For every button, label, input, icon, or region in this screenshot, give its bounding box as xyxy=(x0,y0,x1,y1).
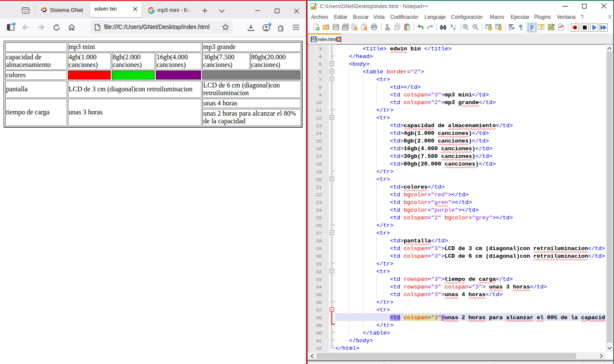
svg-text:¶: ¶ xyxy=(519,23,523,31)
svg-text:a: a xyxy=(453,26,455,31)
